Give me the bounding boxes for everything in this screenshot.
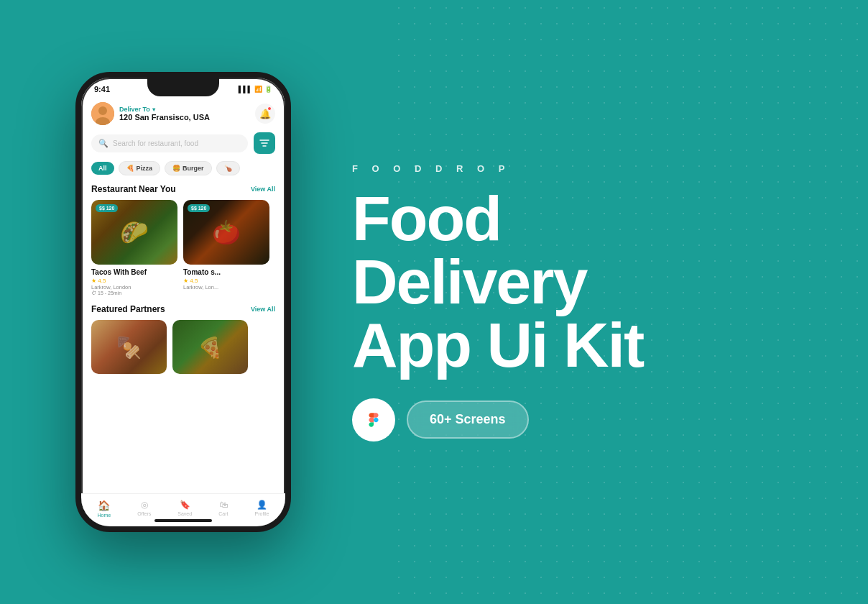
home-icon: 🏠 xyxy=(98,500,110,511)
deliver-to-label: Deliver To ▾ xyxy=(119,106,210,113)
phone-mute-button xyxy=(75,142,77,163)
category-tabs: All 🍕Pizza 🍔Burger 🍗 xyxy=(91,161,275,175)
food-image-tomato: $$ 120 xyxy=(183,200,269,265)
app-header: Deliver To ▾ 120 San Fransisco, USA 🔔 xyxy=(91,102,275,125)
nearby-view-all[interactable]: View All xyxy=(251,186,275,193)
featured-title: Featured Partners xyxy=(91,304,165,314)
food-card-tacos[interactable]: $$ 120 Tacos With Beef ★ 4.5 Larkrow, Lo… xyxy=(91,200,177,296)
food-meta-tacos: ★ 4.5 xyxy=(91,278,177,284)
food-meta-tomato: ★ 4.5 xyxy=(183,278,269,284)
food-cards: $$ 120 Tacos With Beef ★ 4.5 Larkrow, Lo… xyxy=(91,200,275,296)
phone-notch xyxy=(147,78,219,96)
home-indicator xyxy=(154,519,212,522)
nav-profile-label: Profile xyxy=(255,511,269,516)
figma-badge xyxy=(352,398,395,441)
nav-cart-label: Cart xyxy=(218,511,228,516)
food-location-tacos: Larkrow, London xyxy=(91,284,177,290)
food-name-tomato: Tomato s... xyxy=(183,268,269,276)
bottom-badges: 60+ Screens xyxy=(352,398,825,441)
cart-icon: 🛍 xyxy=(219,500,228,510)
nav-profile[interactable]: 👤 Profile xyxy=(255,500,269,518)
nearby-title: Restaurant Near You xyxy=(91,184,176,194)
food-rating-tacos: ★ 4.5 xyxy=(91,278,106,284)
tab-burger[interactable]: 🍔Burger xyxy=(165,161,212,175)
nav-home[interactable]: 🏠 Home xyxy=(98,500,111,518)
phone-vol-up-button xyxy=(75,171,77,200)
tab-pizza[interactable]: 🍕Pizza xyxy=(119,161,161,175)
search-input-wrap[interactable]: 🔍 Search for restaurant, food xyxy=(91,134,248,152)
deliver-info: Deliver To ▾ 120 San Fransisco, USA xyxy=(119,106,210,122)
nearby-section-header: Restaurant Near You View All xyxy=(91,184,275,194)
food-image-tacos: $$ 120 xyxy=(91,200,177,265)
food-card-tomato[interactable]: $$ 120 Tomato s... ★ 4.5 Larkrow, Lon... xyxy=(183,200,269,296)
food-name-tacos: Tacos With Beef xyxy=(91,268,177,276)
nav-cart[interactable]: 🛍 Cart xyxy=(218,500,228,518)
nav-home-label: Home xyxy=(98,513,111,518)
heading-line1: Food xyxy=(352,187,825,250)
price-badge-tacos: $$ 120 xyxy=(96,204,118,212)
food-rating-tomato: ★ 4.5 xyxy=(183,278,198,284)
saved-icon: 🔖 xyxy=(180,500,190,510)
offers-icon: ◎ xyxy=(141,500,148,510)
tab-all[interactable]: All xyxy=(91,162,114,175)
phone-vol-down-button xyxy=(75,207,77,236)
signal-icon: ▌▌▌ xyxy=(239,86,252,93)
search-bar: 🔍 Search for restaurant, food xyxy=(91,132,275,154)
nav-saved[interactable]: 🔖 Saved xyxy=(177,500,192,518)
food-time-tacos: ⏱15 - 25min xyxy=(91,290,177,296)
featured-view-all[interactable]: View All xyxy=(251,306,275,313)
right-section: F O O D D R O P Food Delivery App Ui Kit… xyxy=(323,134,868,470)
screens-badge: 60+ Screens xyxy=(407,401,529,439)
search-placeholder: Search for restaurant, food xyxy=(113,139,198,147)
featured-card-1[interactable] xyxy=(91,320,167,374)
tab-other[interactable]: 🍗 xyxy=(216,161,240,175)
avatar xyxy=(91,102,114,125)
user-info: Deliver To ▾ 120 San Fransisco, USA xyxy=(91,102,210,125)
main-heading: Food Delivery App Ui Kit xyxy=(352,187,825,377)
deliver-address: 120 San Fransisco, USA xyxy=(119,113,210,122)
heading-line2: Delivery xyxy=(352,250,825,314)
left-section: 9:41 ▌▌▌ 📶 🔋 xyxy=(0,0,323,604)
status-icons: ▌▌▌ 📶 🔋 xyxy=(239,86,272,93)
nav-offers-label: Offers xyxy=(137,511,151,516)
food-location-tomato: Larkrow, Lon... xyxy=(183,284,269,290)
brand-name: F O O D D R O P xyxy=(352,163,825,174)
nav-saved-label: Saved xyxy=(177,511,192,516)
price-badge-tomato: $$ 120 xyxy=(188,204,210,212)
svg-point-1 xyxy=(98,106,107,115)
profile-icon: 👤 xyxy=(257,500,267,510)
phone-screen: Deliver To ▾ 120 San Fransisco, USA 🔔 🔍 … xyxy=(81,93,285,523)
wifi-icon: 📶 xyxy=(254,86,262,93)
phone-power-button xyxy=(290,157,291,193)
featured-section-header: Featured Partners View All xyxy=(91,304,275,314)
filter-button[interactable] xyxy=(254,132,275,154)
battery-icon: 🔋 xyxy=(264,86,272,93)
featured-card-2[interactable] xyxy=(172,320,248,374)
phone-mockup: 9:41 ▌▌▌ 📶 🔋 xyxy=(75,72,291,532)
featured-cards xyxy=(91,320,275,374)
nav-offers[interactable]: ◎ Offers xyxy=(137,500,151,518)
heading-line3: App Ui Kit xyxy=(352,314,825,377)
notification-bell[interactable]: 🔔 xyxy=(255,104,275,124)
status-time: 9:41 xyxy=(94,85,110,93)
notification-dot xyxy=(267,106,272,111)
screens-text: 60+ Screens xyxy=(430,412,506,426)
search-icon: 🔍 xyxy=(98,139,108,148)
